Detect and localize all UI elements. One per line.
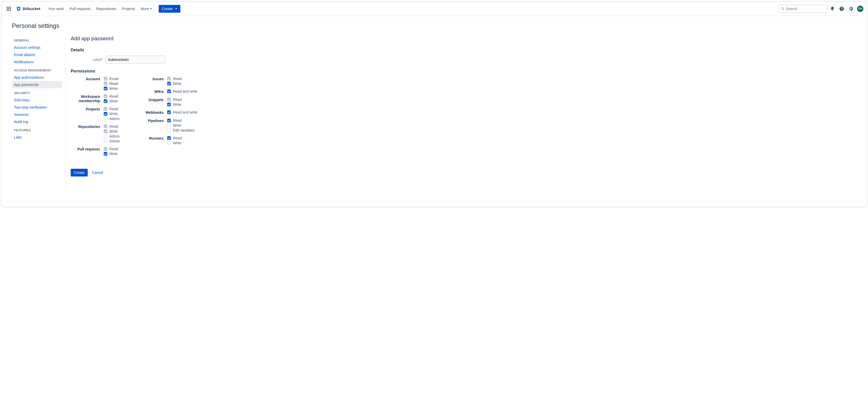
chevron-down-icon — [175, 8, 177, 9]
permission-option-label: Read and write — [173, 110, 197, 114]
checkbox[interactable] — [167, 128, 171, 132]
nav-repositories[interactable]: Repositories — [94, 5, 119, 13]
permission-group-title: Account — [71, 77, 104, 91]
permission-group-title: Issues — [134, 77, 167, 86]
permission-option: Read — [104, 107, 120, 111]
nav-projects[interactable]: Projects — [120, 5, 138, 13]
sidebar-item-account-settings[interactable]: Account settings — [12, 44, 62, 51]
permission-option: Write — [104, 152, 118, 156]
sidebar-item-audit-log[interactable]: Audit log — [12, 118, 62, 125]
notifications-icon[interactable] — [828, 5, 837, 13]
permission-option-label: Delete — [110, 139, 120, 143]
sidebar-group-label: FEATURES — [12, 125, 62, 134]
permission-option-label: Write — [110, 87, 118, 91]
checkbox[interactable] — [104, 117, 107, 121]
checkbox[interactable] — [167, 124, 171, 127]
permissions-column-left: AccountEmailReadWriteWorkspace membershi… — [71, 77, 120, 159]
sidebar-item-notifications[interactable]: Notifications — [12, 58, 62, 66]
permission-option: Read and write — [167, 110, 197, 114]
create-button[interactable]: Create — [159, 5, 180, 13]
nav-more[interactable]: More — [138, 5, 155, 13]
permission-option: Write — [167, 82, 181, 86]
permission-group-pull-requests: Pull requestsReadWrite — [71, 147, 120, 156]
checkbox[interactable] — [167, 141, 171, 145]
sidebar-item-email-aliases[interactable]: Email aliases — [12, 51, 62, 58]
checkbox[interactable] — [104, 152, 107, 156]
settings-icon[interactable] — [847, 5, 855, 13]
permission-group-runners: RunnersReadWrite — [134, 136, 197, 145]
permission-group-projects: ProjectsReadWriteAdmin — [71, 107, 120, 121]
sidebar-item-ssh-keys[interactable]: SSH keys — [12, 97, 62, 104]
bitbucket-logo[interactable]: Bitbucket — [14, 6, 42, 11]
label-input[interactable] — [106, 56, 165, 64]
nav-your-work[interactable]: Your work — [45, 5, 67, 13]
checkbox[interactable] — [167, 110, 171, 114]
permission-option: Admin — [104, 117, 120, 121]
checkbox[interactable] — [104, 139, 107, 143]
permission-group-title: Pipelines — [134, 119, 167, 132]
permission-group-webhooks: WebhooksRead and write — [134, 110, 197, 115]
sidebar-item-sessions[interactable]: Sessions — [12, 111, 62, 118]
permission-group-title: Snippets — [134, 98, 167, 106]
sidebar-group-label: SECURITY — [12, 88, 62, 97]
checkbox — [104, 107, 107, 111]
user-avatar[interactable]: DN — [857, 6, 863, 12]
permission-option: Write — [167, 123, 194, 127]
help-icon[interactable] — [838, 5, 846, 13]
permission-option: Read — [104, 94, 118, 98]
main-content: Add app password Details Label* Permissi… — [66, 36, 298, 190]
search-box[interactable] — [778, 5, 827, 13]
permission-option: Read — [167, 136, 181, 140]
checkbox — [104, 125, 107, 128]
permission-option: Read and write — [167, 89, 197, 93]
checkbox[interactable] — [167, 82, 171, 86]
create-button-label: Create — [162, 7, 173, 11]
checkbox[interactable] — [167, 119, 171, 122]
sidebar-item-labs[interactable]: Labs — [12, 134, 62, 141]
checkbox — [167, 77, 171, 81]
permission-group-title: Workspace membership — [71, 94, 104, 103]
settings-sidebar: GENERALAccount settingsEmail aliasesNoti… — [12, 36, 66, 190]
details-heading: Details — [71, 48, 298, 53]
checkbox[interactable] — [167, 103, 171, 106]
permission-option-label: Read — [173, 77, 181, 81]
permission-option: Read — [167, 98, 181, 102]
permission-option: Write — [167, 141, 181, 145]
search-input[interactable] — [786, 7, 825, 11]
app-switcher-icon[interactable] — [5, 5, 13, 13]
checkbox[interactable] — [104, 112, 107, 116]
label-field-label: Label* — [71, 58, 103, 62]
nav-pull-requests[interactable]: Pull requests — [67, 5, 93, 13]
primary-nav: Your work Pull requests Repositories Pro… — [45, 5, 155, 13]
sidebar-group-label: ACCESS MANAGEMENT — [12, 66, 62, 74]
permission-option-label: Read — [110, 94, 118, 98]
checkbox[interactable] — [167, 90, 171, 93]
permission-option-label: Read — [110, 124, 118, 128]
sidebar-item-app-authorizations[interactable]: App authorizations — [12, 74, 62, 81]
svg-point-0 — [781, 7, 783, 9]
permission-option-label: Admin — [110, 134, 120, 138]
permissions-heading: Permissions — [71, 69, 298, 73]
permission-option: Read — [167, 119, 194, 123]
checkbox[interactable] — [167, 136, 171, 140]
checkbox — [104, 130, 107, 133]
chevron-down-icon — [150, 8, 152, 9]
permission-option-label: Read — [173, 98, 181, 102]
checkbox[interactable] — [104, 99, 107, 103]
permission-option-label: Write — [173, 102, 181, 106]
permission-option-label: Read — [110, 107, 118, 111]
create-submit-button[interactable]: Create — [71, 169, 88, 176]
permission-option-label: Write — [110, 99, 118, 103]
checkbox[interactable] — [104, 87, 107, 90]
checkbox — [104, 82, 107, 86]
permission-option-label: Write — [173, 123, 181, 127]
permission-option: Read — [104, 124, 120, 128]
sidebar-item-two-step-verification[interactable]: Two-step verification — [12, 104, 62, 111]
sidebar-item-app-passwords[interactable]: App passwords — [12, 81, 62, 88]
checkbox[interactable] — [104, 134, 107, 138]
permission-option-label: Email — [110, 77, 118, 81]
permission-option-label: Read — [110, 82, 118, 86]
checkbox — [104, 94, 107, 98]
cancel-link[interactable]: Cancel — [92, 170, 103, 175]
permission-option-label: Read — [173, 136, 181, 140]
